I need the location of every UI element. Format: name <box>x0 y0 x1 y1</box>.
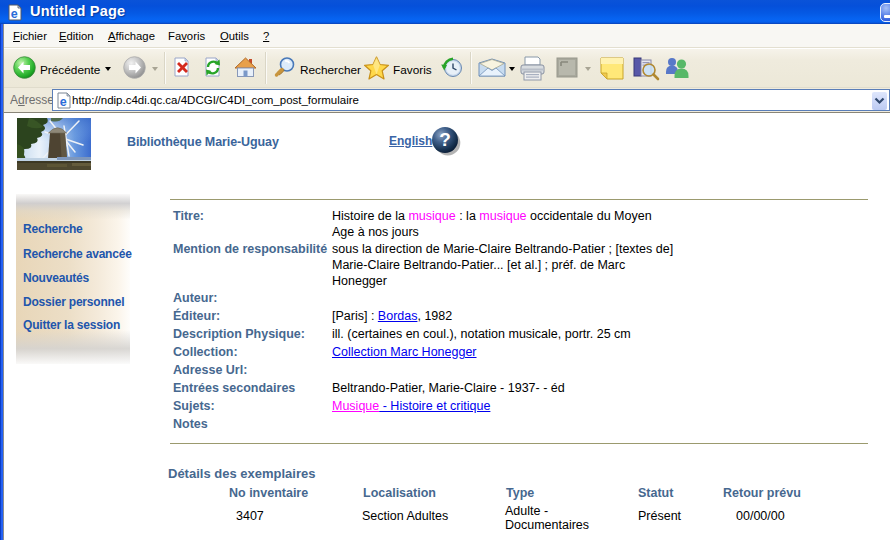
svg-text:?: ? <box>439 129 451 150</box>
svg-text:e: e <box>11 7 18 21</box>
svg-text:e: e <box>60 95 67 109</box>
